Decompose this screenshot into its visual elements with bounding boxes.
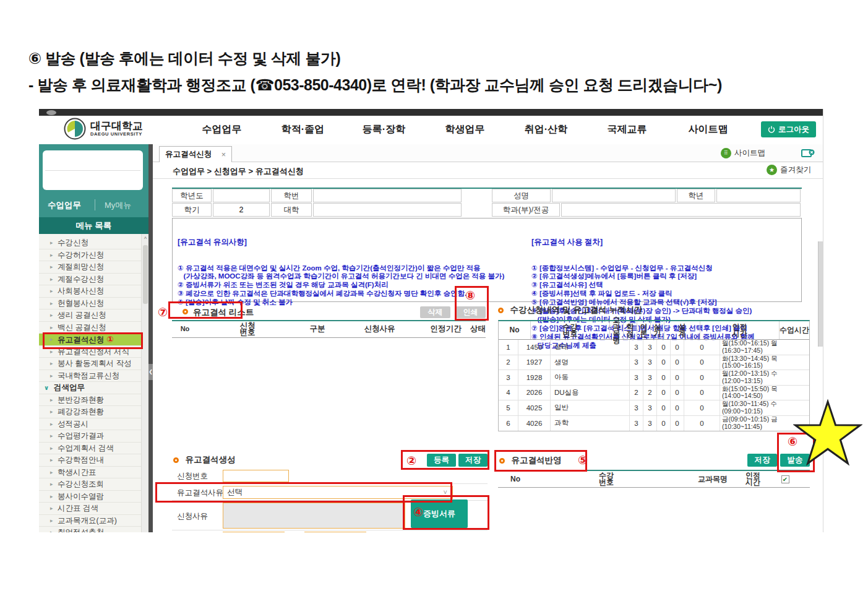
scrollbar-thumb[interactable] — [143, 245, 148, 304]
sidebar-menu-item[interactable]: ▸학생시간표 — [39, 467, 141, 479]
table-row[interactable]: 2 1927 생명 3 3 0 0 0 화(13:30~14:45) 목(15:… — [499, 355, 809, 371]
cell-recognized-hours: 0 — [684, 416, 720, 431]
cell-lab: 0 — [657, 386, 671, 400]
table-row[interactable]: 5 4025 일반 3 3 0 0 0 월(10:30~11:45) 수(09:… — [499, 400, 809, 416]
table-row[interactable]: 3 1928 아동 3 3 0 0 0 월(12:00~13:15) 수(12:… — [499, 370, 809, 386]
create-save-button[interactable]: 저장 — [458, 454, 488, 467]
print-button[interactable]: 인쇄 — [455, 306, 486, 318]
column-header: 구분 — [297, 321, 338, 337]
cell-lab: 0 — [657, 400, 671, 415]
popup-window-icon[interactable] — [801, 149, 815, 158]
sidebar-menu-item[interactable]: ▸유고결석신청서 서식 — [39, 346, 141, 358]
sidebar-menu-item[interactable]: ▸수강학점안내 — [39, 454, 141, 467]
menu-item-label: 백신 공결신청 — [58, 323, 106, 332]
year-input[interactable] — [215, 191, 268, 201]
app-no-input[interactable] — [223, 470, 289, 482]
sidebar-menu-item[interactable]: ▸분반강좌현황 — [39, 394, 141, 407]
window-scrollbar[interactable] — [818, 241, 823, 347]
sidebar-menu-item[interactable]: ▸수강신청 — [39, 237, 141, 249]
sidebar-item-absence-apply[interactable]: ▸유고결석신청① — [39, 334, 141, 346]
sidebar-menu-item[interactable]: ▸계절수강신청 — [39, 274, 141, 286]
name-input[interactable] — [556, 191, 672, 201]
sidebar-menu-item[interactable]: ▸수업평가결과 — [39, 430, 141, 443]
student-id-input[interactable] — [317, 191, 457, 201]
sidebar-menu-item[interactable]: ▸성적공시 — [39, 418, 141, 431]
tab-absence-apply[interactable]: 유고결석신청 × — [159, 146, 232, 162]
tab-close-icon[interactable]: × — [221, 150, 226, 159]
sidebar-menu-item[interactable]: ▸봉사 활동계획서 작성 — [39, 358, 141, 370]
sidebar-menu-item[interactable]: ▸폐강강좌현황 — [39, 406, 141, 418]
semester-label: 학기 — [172, 203, 212, 217]
apply-title: 유고결석반영 — [511, 456, 561, 465]
sidebar-menu-item[interactable]: ▸수강신청조회 — [39, 478, 141, 491]
sidebar-group-search[interactable]: ∨검색업무 — [39, 382, 141, 394]
college-input[interactable] — [317, 205, 457, 215]
sidebar-tab-lecture[interactable]: 수업업무 — [48, 200, 81, 211]
grade-label: 학년 — [677, 189, 715, 202]
sidebar-menu-item[interactable]: ▸백신 공결신청 — [39, 322, 141, 334]
absence-list-table: No신청 번호구분신청사유인정기간상태 — [172, 320, 486, 442]
reason-type-row: 유고결석사유 선택 ˅ — [172, 484, 488, 501]
sidebar-menu-item[interactable]: ▸봉사이수열람 — [39, 491, 141, 503]
reason-textarea[interactable] — [223, 503, 405, 529]
nav-item[interactable]: 수업업무 — [181, 116, 262, 143]
sidebar-menu-item[interactable]: ▸사회봉사신청 — [39, 285, 141, 298]
annotation-line-1: ⑥ 발송 (발송 후에는 데이터 수정 및 삭제 불가) — [28, 48, 340, 69]
cell-lab: 0 — [657, 370, 671, 385]
table-row[interactable]: 4 2026 DU실용 2 2 0 0 0 화(15:00~15:50) 목(1… — [499, 386, 809, 401]
period-end-input[interactable] — [304, 532, 366, 532]
table-row[interactable]: 1 1450 생태 3 3 0 0 0 월(15:00~16:15) 월(16:… — [499, 340, 809, 355]
nav-item[interactable]: 사이트맵 — [668, 116, 749, 143]
favorite-link[interactable]: ★ 즐겨찾기 — [767, 165, 811, 175]
favorite-label: 즐겨찾기 — [780, 165, 811, 175]
sidebar-menu-item[interactable]: ▸국내학점교류신청 — [39, 370, 141, 383]
major-field-cell — [561, 203, 801, 217]
notice-line: ④ [증빙서류]선택 후 파일 업로드 - 저장 클릭 — [531, 290, 796, 298]
sidebar-menu-item[interactable]: ▸취업적성추천 — [39, 527, 141, 532]
sidebar-menu-item[interactable]: ▸시간표 검색 — [39, 503, 141, 515]
period-start-input[interactable] — [223, 532, 285, 532]
sidebar-menu-item[interactable]: ▸수업계획서 검색 — [39, 443, 141, 455]
annotation-circle-1: ① — [106, 334, 114, 344]
delete-button[interactable]: 삭제 — [420, 306, 450, 318]
nav-item[interactable]: 학적·졸업 — [262, 116, 343, 143]
nav-item[interactable]: 취업·산학 — [505, 116, 587, 143]
menu-item-label: 수강허가신청 — [58, 251, 104, 259]
table-row[interactable]: 6 4026 과학 3 3 0 0 0 금(09:00~10:15) 금(10:… — [499, 416, 809, 431]
arrow-icon: ▸ — [50, 346, 53, 358]
send-button[interactable]: 발송 — [780, 454, 810, 467]
reason-type-select[interactable]: 선택 ˅ — [223, 486, 453, 499]
nav-item[interactable]: 학생업무 — [424, 116, 505, 143]
semester-field-cell — [213, 203, 270, 217]
cell-design: 0 — [671, 370, 684, 385]
register-button[interactable]: 등록 — [427, 454, 456, 467]
sitemap-link[interactable]: ⠿ 사이트맵 — [721, 148, 765, 158]
sidebar-menu-item[interactable]: ▸수강허가신청 — [39, 249, 141, 262]
sidebar-collapse-handle[interactable]: ❮ — [148, 364, 153, 380]
arrow-icon: ▸ — [50, 430, 53, 443]
cell-design: 0 — [671, 416, 684, 431]
breadcrumb: 수업업무 > 신청업무 > 유고결석신청 — [173, 166, 304, 177]
sidebar-tab-mymenu[interactable]: My메뉴 — [105, 200, 131, 211]
app-no-label: 신청번호 — [177, 471, 208, 482]
arrow-icon: ▸ — [50, 418, 53, 431]
sidebar-menu-item[interactable]: ▸생리 공결신청 — [39, 309, 141, 322]
sidebar-content-divider — [148, 144, 153, 532]
logo-subtitle: DAEGU UNIVERSITY — [90, 131, 143, 137]
menu-scrollbar[interactable]: ^ — [141, 234, 148, 532]
sidebar-menu-item[interactable]: ▸헌혈봉사신청 — [39, 298, 141, 310]
period-row: 인정기간 ~ — [172, 530, 488, 532]
grade-input[interactable] — [719, 191, 797, 201]
apply-save-button[interactable]: 저장 — [747, 454, 777, 467]
semester-input[interactable] — [215, 205, 268, 215]
check-all-checkbox[interactable]: ✔ — [781, 475, 789, 483]
chevron-down-icon: ∨ — [44, 382, 49, 394]
logout-button[interactable]: 로그아웃 — [761, 121, 816, 137]
menu-item-label: 학생시간표 — [58, 468, 97, 477]
nav-item[interactable]: 국제교류 — [587, 116, 668, 143]
nav-item[interactable]: 등록·장학 — [343, 116, 424, 143]
page: ⑥ 발송 (발송 후에는 데이터 수정 및 삭제 불가) - 발송 후 의료재활… — [0, 0, 868, 614]
major-input[interactable] — [568, 205, 794, 215]
sidebar-menu-item[interactable]: ▸계절희망신청 — [39, 261, 141, 274]
sidebar-menu-item[interactable]: ▸교과목개요(교과) — [39, 515, 141, 527]
